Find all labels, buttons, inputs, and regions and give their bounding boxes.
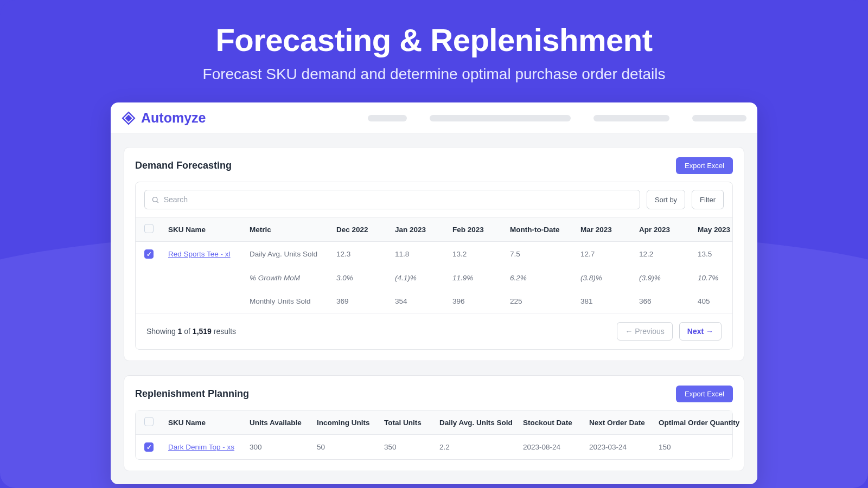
cell: 13.2 <box>452 250 510 258</box>
forecast-title: Demand Forecasting <box>135 160 232 171</box>
replenish-panel: Replenishment Planning Export Excel SKU … <box>124 375 744 471</box>
cell: 300 <box>250 443 317 451</box>
col-mtd: Month-to-Date <box>510 226 580 234</box>
cell: 366 <box>639 297 698 305</box>
prev-button[interactable]: ← Previous <box>617 322 672 341</box>
export-excel-button[interactable]: Export Excel <box>676 157 733 174</box>
forecast-panel: Demand Forecasting Export Excel Sort by … <box>124 147 744 361</box>
col-sku: SKU Name <box>168 419 250 427</box>
nav-placeholder <box>430 115 571 121</box>
metric-label: % Growth MoM <box>250 274 336 282</box>
nav-placeholder <box>593 115 669 121</box>
col-dec22: Dec 2022 <box>336 226 395 234</box>
pagination-summary: Showing 1 of 1,519 results <box>146 327 236 336</box>
cell: 150 <box>659 443 745 451</box>
hero-subtitle: Forecast SKU demand and determine optima… <box>0 66 868 83</box>
cell: 2023-03-24 <box>589 443 659 451</box>
nav-placeholder <box>692 115 746 121</box>
col-total: Total Units <box>384 419 439 427</box>
col-apr23: Apr 2023 <box>639 226 698 234</box>
replenish-table-header: SKU Name Units Available Incoming Units … <box>136 410 732 435</box>
col-next-order: Next Order Date <box>589 419 659 427</box>
svg-point-0 <box>152 197 157 202</box>
col-may23: May 2023 <box>698 226 741 234</box>
cell: 405 <box>698 297 741 305</box>
cell: 2023-08-24 <box>523 443 589 451</box>
forecast-table-header: SKU Name Metric Dec 2022 Jan 2023 Feb 20… <box>136 217 732 242</box>
col-stockout: Stockout Date <box>523 419 589 427</box>
export-excel-button[interactable]: Export Excel <box>676 386 733 402</box>
select-all-checkbox[interactable] <box>144 417 154 426</box>
cell: (3.9)% <box>639 274 698 282</box>
sku-link[interactable]: Dark Denim Top - xs <box>168 443 234 451</box>
cell: 225 <box>510 297 580 305</box>
cell: 6.2% <box>510 274 580 282</box>
search-input[interactable] <box>164 195 633 204</box>
filter-button[interactable]: Filter <box>692 190 724 209</box>
forecast-row: % Growth MoM 3.0% (4.1)% 11.9% 6.2% (3.8… <box>144 266 724 290</box>
cell: 381 <box>580 297 639 305</box>
search-wrap[interactable] <box>144 190 640 209</box>
sort-by-button[interactable]: Sort by <box>647 190 685 209</box>
next-button[interactable]: Next → <box>679 322 722 341</box>
cell: 13.5 <box>698 250 741 258</box>
topbar: Automyze <box>111 102 757 134</box>
brand-name: Automyze <box>141 110 206 126</box>
app-window: Automyze Demand Forecasting Export Excel <box>111 102 757 484</box>
select-all-checkbox[interactable] <box>144 224 154 233</box>
brand[interactable]: Automyze <box>122 110 206 126</box>
row-checkbox[interactable] <box>144 442 154 452</box>
replenish-title: Replenishment Planning <box>135 388 249 400</box>
col-incoming: Incoming Units <box>317 419 384 427</box>
sku-link[interactable]: Red Sports Tee - xl <box>168 250 231 258</box>
cell: 2.2 <box>439 443 523 451</box>
cell: 369 <box>336 297 395 305</box>
col-sku: SKU Name <box>168 226 250 234</box>
search-icon <box>151 196 159 204</box>
cell: 12.3 <box>336 250 395 258</box>
metric-label: Daily Avg. Units Sold <box>250 250 336 258</box>
cell: 50 <box>317 443 384 451</box>
cell: 10.7% <box>698 274 741 282</box>
forecast-row: Monthly Units Sold 369 354 396 225 381 3… <box>144 290 724 313</box>
col-mar23: Mar 2023 <box>580 226 639 234</box>
cell: (3.8)% <box>580 274 639 282</box>
forecast-row: Red Sports Tee - xl Daily Avg. Units Sol… <box>144 242 724 266</box>
hero-title: Forecasting & Replenishment <box>0 22 868 58</box>
nav-placeholder <box>368 115 407 121</box>
cell: 11.8 <box>395 250 452 258</box>
col-units-avail: Units Available <box>250 419 317 427</box>
cell: 12.7 <box>580 250 639 258</box>
col-metric: Metric <box>250 226 336 234</box>
cell: 3.0% <box>336 274 395 282</box>
cell: 7.5 <box>510 250 580 258</box>
cell: 396 <box>452 297 510 305</box>
cell: 350 <box>384 443 439 451</box>
replenish-row: Dark Denim Top - xs 300 50 350 2.2 2023-… <box>144 435 724 459</box>
cell: 11.9% <box>452 274 510 282</box>
metric-label: Monthly Units Sold <box>250 297 336 305</box>
col-optimal-qty: Optimal Order Quantity <box>659 419 745 427</box>
row-checkbox[interactable] <box>144 249 154 259</box>
cell: 12.2 <box>639 250 698 258</box>
cell: 354 <box>395 297 452 305</box>
brand-logo-icon <box>122 111 136 125</box>
svg-line-1 <box>157 201 158 203</box>
col-daily-avg: Daily Avg. Units Sold <box>439 419 523 427</box>
nav-placeholders <box>368 115 746 121</box>
col-jan23: Jan 2023 <box>395 226 452 234</box>
cell: (4.1)% <box>395 274 452 282</box>
col-feb23: Feb 2023 <box>452 226 510 234</box>
pagination: Showing 1 of 1,519 results ← Previous Ne… <box>136 313 732 349</box>
